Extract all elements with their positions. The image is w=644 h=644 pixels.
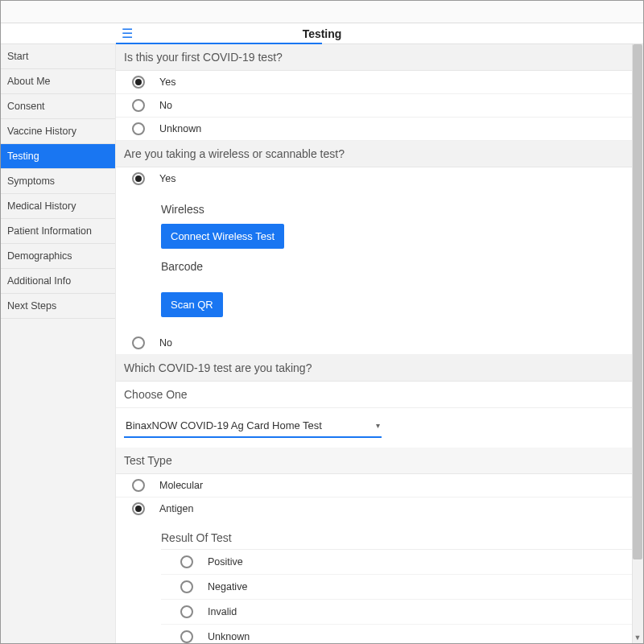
page-title: Testing	[303, 27, 342, 40]
main-container: Start About Me Consent Vaccine History T…	[1, 44, 643, 644]
option-type-antigen[interactable]: Antigen	[116, 497, 640, 520]
option-label: Yes	[159, 76, 175, 88]
scrollbar[interactable]: ▲ ▼	[632, 44, 643, 643]
sidebar-item-patient-information[interactable]: Patient Information	[1, 219, 115, 244]
option-label: No	[159, 100, 172, 111]
scrollbar-thumb[interactable]	[633, 44, 642, 559]
wireless-nested: Wireless Connect Wireless Test Barcode S…	[116, 190, 640, 332]
option-result-negative[interactable]: Negative	[161, 575, 632, 600]
select-value: BinaxNOW COVID-19 Ag Card Home Test	[126, 419, 322, 431]
radio-icon[interactable]	[180, 605, 193, 618]
option-type-molecular[interactable]: Molecular	[116, 474, 640, 497]
scan-qr-button[interactable]: Scan QR	[161, 292, 223, 317]
question-first-test: Is this your first COVID-19 test?	[116, 44, 640, 71]
sidebar-item-about-me[interactable]: About Me	[1, 69, 115, 94]
scroll-down-icon[interactable]: ▼	[632, 632, 643, 643]
barcode-heading: Barcode	[161, 260, 632, 273]
option-result-positive[interactable]: Positive	[161, 550, 632, 575]
sidebar-item-label: Patient Information	[7, 225, 92, 237]
option-wireless-yes[interactable]: Yes	[116, 167, 640, 190]
option-first-no[interactable]: No	[116, 94, 640, 118]
option-label: Yes	[159, 173, 175, 184]
sidebar-item-label: Demographics	[7, 250, 72, 262]
question-which-test: Which COVID-19 test are you taking?	[116, 355, 640, 382]
option-label: Invalid	[208, 606, 237, 617]
sidebar-item-label: Additional Info	[7, 275, 71, 287]
sidebar-item-medical-history[interactable]: Medical History	[1, 194, 115, 219]
question-wireless: Are you taking a wireless or scannable t…	[116, 141, 640, 167]
sidebar-item-demographics[interactable]: Demographics	[1, 244, 115, 269]
sidebar-item-label: Next Steps	[7, 300, 56, 312]
title-bar: ☰ Testing	[1, 23, 643, 44]
test-type-label: Test Type	[116, 448, 640, 474]
sidebar: Start About Me Consent Vaccine History T…	[1, 44, 116, 644]
radio-icon[interactable]	[180, 555, 193, 568]
radio-icon[interactable]	[132, 76, 145, 89]
sidebar-item-start[interactable]: Start	[1, 44, 115, 69]
option-label: Positive	[208, 556, 243, 568]
option-result-unknown[interactable]: Unknown	[161, 625, 632, 644]
option-label: Negative	[208, 581, 247, 592]
top-spacer	[1, 1, 643, 23]
result-heading: Result Of Test	[161, 525, 632, 550]
test-select[interactable]: BinaxNOW COVID-19 Ag Card Home Test ▾	[124, 416, 382, 438]
sidebar-item-label: About Me	[7, 76, 51, 87]
sidebar-item-additional-info[interactable]: Additional Info	[1, 269, 115, 294]
radio-icon[interactable]	[132, 172, 145, 185]
sidebar-item-consent[interactable]: Consent	[1, 94, 115, 119]
sidebar-item-symptoms[interactable]: Symptoms	[1, 169, 115, 194]
radio-icon[interactable]	[132, 99, 145, 112]
sidebar-item-next-steps[interactable]: Next Steps	[1, 294, 115, 319]
option-label: Unknown	[208, 631, 250, 642]
radio-icon[interactable]	[180, 580, 193, 593]
option-label: Antigen	[159, 503, 193, 514]
option-first-unknown[interactable]: Unknown	[116, 118, 640, 141]
hamburger-icon[interactable]: ☰	[115, 26, 139, 41]
radio-icon[interactable]	[132, 479, 145, 492]
radio-icon[interactable]	[180, 630, 193, 643]
choose-one-label: Choose One	[116, 382, 640, 408]
sidebar-item-label: Vaccine History	[7, 126, 76, 137]
option-label: Molecular	[159, 480, 203, 491]
option-wireless-no[interactable]: No	[116, 332, 640, 355]
option-label: Unknown	[159, 123, 201, 134]
sidebar-item-label: Symptoms	[7, 175, 55, 187]
sidebar-item-label: Testing	[7, 151, 39, 162]
option-first-yes[interactable]: Yes	[116, 71, 640, 94]
sidebar-item-label: Start	[7, 51, 28, 62]
chevron-down-icon: ▾	[376, 421, 380, 430]
option-label: No	[159, 337, 172, 349]
connect-wireless-button[interactable]: Connect Wireless Test	[161, 224, 284, 249]
sidebar-item-vaccine-history[interactable]: Vaccine History	[1, 119, 115, 144]
wireless-heading: Wireless	[161, 203, 632, 216]
radio-icon[interactable]	[132, 502, 145, 515]
radio-icon[interactable]	[132, 122, 145, 135]
radio-icon[interactable]	[132, 336, 145, 349]
option-result-invalid[interactable]: Invalid	[161, 600, 632, 625]
main-panel: Is this your first COVID-19 test? Yes No…	[116, 44, 643, 644]
sidebar-item-testing[interactable]: Testing	[1, 144, 115, 169]
result-block: Result Of Test Positive Negative Invalid	[116, 520, 640, 644]
sidebar-item-label: Medical History	[7, 200, 76, 212]
sidebar-item-label: Consent	[7, 101, 45, 112]
